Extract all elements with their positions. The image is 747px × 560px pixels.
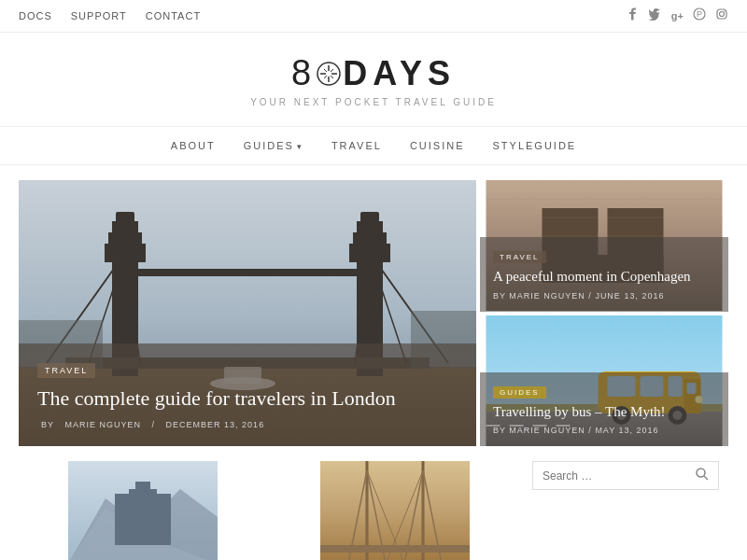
search-widget [523,461,728,560]
svg-rect-26 [360,212,379,225]
nav-styleguide[interactable]: STYLEGUIDE [493,140,577,151]
svg-rect-67 [115,494,129,508]
side-category-1: TRAVEL [493,251,546,263]
side-card-1[interactable]: TRAVEL A peaceful moment in Copenhagen b… [480,180,728,312]
bottom-section [0,446,747,560]
pinterest-icon[interactable]: P [693,7,706,24]
svg-rect-3 [717,9,726,19]
search-input[interactable] [543,469,696,483]
nav-support[interactable]: SUPPORT [71,10,127,21]
googleplus-icon[interactable]: g+ [671,10,684,21]
social-icons: g+ P [627,7,728,24]
top-nav: DOCS SUPPORT CONTACT [19,10,201,21]
instagram-icon[interactable] [715,7,728,24]
top-bar: DOCS SUPPORT CONTACT g+ P [0,0,747,33]
facebook-icon[interactable] [627,7,640,24]
site-logo[interactable]: 8 DAYS [19,53,728,93]
main-category-badge: TRAVEL [37,363,95,378]
site-tagline: YOUR NEXT POCKET TRAVEL GUIDE [19,97,728,107]
svg-point-5 [724,10,725,11]
svg-line-11 [324,69,327,72]
side-meta-1: by MARIE NGUYEN / JUNE 13, 2016 [493,291,715,301]
logo-compass-icon [315,60,343,88]
svg-text:P: P [697,9,702,19]
twitter-icon[interactable] [649,7,662,24]
side-title-1: A peaceful moment in Copenhagen [493,268,715,287]
side-overlay-1: TRAVEL A peaceful moment in Copenhagen b… [480,237,728,312]
logo-number: 8 [291,53,315,93]
svg-line-13 [331,69,333,72]
search-button[interactable] [696,468,709,483]
featured-side: TRAVEL A peaceful moment in Copenhagen b… [480,180,728,446]
svg-line-84 [704,476,708,480]
bottom-card-2[interactable] [271,461,519,560]
nav-about[interactable]: ABOUT [171,140,216,151]
side-card-2[interactable]: GUIDES Travelling by bus – The Myth! by … [480,315,728,447]
svg-point-83 [697,469,705,477]
main-article-title: The complete guide for travelers in Lond… [37,385,458,413]
nav-travel[interactable]: TRAVEL [331,140,382,151]
bottom-image-1 [19,461,267,560]
main-overlay: TRAVEL The complete guide for travelers … [19,343,476,446]
nav-cuisine[interactable]: CUISINE [410,140,465,151]
search-icon [696,468,709,481]
side-overlay-2: GUIDES Travelling by bus – The Myth! by … [480,372,728,447]
featured-main-card[interactable]: TRAVEL The complete guide for travelers … [19,180,476,446]
bottom-card-1[interactable] [19,461,267,560]
side-meta-2: by MARIE NGUYEN / MAY 13, 2016 [493,426,715,435]
nav-contact[interactable]: CONTACT [146,10,201,21]
nav-docs[interactable]: DOCS [19,10,52,21]
site-header: 8 DAYS YOUR NEXT POCKET TRAVEL GUIDE [0,33,747,117]
svg-rect-68 [157,494,171,508]
main-article-meta: by MARIE NGUYEN / DECEMBER 13, 2016 [37,420,458,429]
svg-rect-21 [116,212,134,225]
featured-section: TRAVEL The complete guide for travelers … [0,165,747,446]
search-box [532,461,719,490]
svg-rect-82 [320,545,470,553]
bottom-image-2 [271,461,519,560]
main-nav: ABOUT GUIDES TRAVEL CUISINE STYLEGUIDE [0,126,747,165]
svg-rect-34 [138,269,357,276]
svg-rect-70 [135,482,150,493]
svg-line-12 [331,76,333,78]
side-category-2: GUIDES [493,386,546,399]
side-title-2: Travelling by bus – The Myth! [493,403,715,422]
logo-text: DAYS [343,54,456,93]
svg-line-14 [324,76,327,78]
svg-rect-66 [115,503,171,545]
nav-guides[interactable]: GUIDES [244,140,303,151]
svg-point-4 [720,12,725,17]
